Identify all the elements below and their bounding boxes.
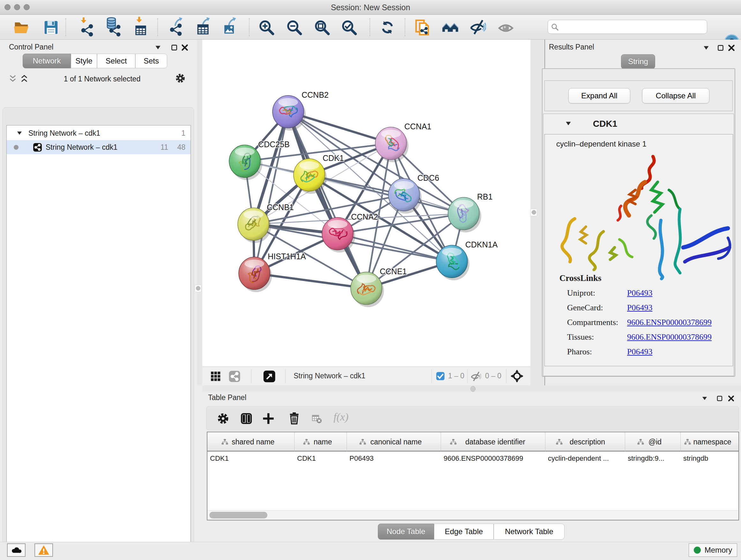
left-splitter-handle[interactable] bbox=[195, 285, 201, 292]
first-neighbors-icon[interactable] bbox=[441, 19, 460, 36]
table-cell[interactable]: stringdb bbox=[683, 451, 738, 465]
table-options-gear-icon[interactable] bbox=[217, 412, 229, 425]
bottom-splitter-handle[interactable] bbox=[470, 386, 475, 392]
delete-column-icon[interactable] bbox=[288, 412, 300, 425]
table-cell[interactable]: stringdb:9... bbox=[628, 451, 679, 465]
column-header[interactable]: shared name bbox=[207, 432, 294, 451]
network-graph[interactable]: CCNB2CCNA1CDC25BCDK1CDC6RB1CCNB1CCNA2CDK… bbox=[202, 40, 530, 367]
export-table-icon[interactable] bbox=[196, 19, 213, 36]
network-share-icon[interactable] bbox=[228, 370, 241, 382]
zoom-selected-icon[interactable] bbox=[340, 19, 358, 36]
network-node-cdk1[interactable] bbox=[293, 159, 327, 194]
show-columns-icon[interactable] bbox=[240, 412, 253, 425]
grid-view-icon[interactable] bbox=[210, 371, 221, 382]
tab-node-table[interactable]: Node Table bbox=[378, 523, 434, 540]
panel-menu-icon[interactable] bbox=[702, 44, 711, 52]
show-all-icon[interactable] bbox=[497, 20, 515, 36]
node-label: CCNE1 bbox=[380, 267, 407, 276]
collection-expander-icon[interactable] bbox=[16, 129, 23, 137]
network-options-gear-icon[interactable] bbox=[175, 73, 186, 84]
zoom-out-icon[interactable] bbox=[286, 19, 303, 36]
column-header[interactable]: canonical name bbox=[347, 432, 441, 451]
import-network-database-icon[interactable] bbox=[104, 19, 121, 36]
expand-all-button[interactable]: Expand All bbox=[568, 88, 630, 104]
column-header[interactable]: description bbox=[545, 432, 625, 451]
network-row-selected[interactable]: String Network – cdk1 11 48 bbox=[7, 140, 191, 154]
tab-network[interactable]: Network bbox=[23, 54, 71, 68]
network-canvas[interactable]: CCNB2CCNA1CDC25BCDK1CDC6RB1CCNB1CCNA2CDK… bbox=[202, 40, 530, 367]
table-cell[interactable]: P06493 bbox=[349, 451, 439, 465]
gene-description: cyclin–dependent kinase 1 bbox=[556, 139, 647, 148]
network-node-hist1h1a[interactable] bbox=[239, 257, 272, 292]
tab-style[interactable]: Style bbox=[71, 54, 97, 68]
table-cell[interactable]: cyclin-dependent ... bbox=[548, 451, 623, 465]
scrollbar-thumb[interactable] bbox=[209, 512, 267, 518]
table-cell[interactable]: CDK1 bbox=[297, 451, 345, 465]
crosslink-link[interactable]: P06493 bbox=[627, 347, 652, 357]
network-edge[interactable] bbox=[309, 175, 464, 213]
network-node-ccne1[interactable] bbox=[351, 272, 384, 307]
crosslink-link[interactable]: 9606.ENSP00000378699 bbox=[627, 318, 712, 327]
tab-network-table[interactable]: Network Table bbox=[494, 523, 564, 540]
open-session-icon[interactable] bbox=[13, 19, 30, 36]
warnings-button[interactable] bbox=[35, 543, 53, 557]
column-header[interactable]: name bbox=[294, 432, 347, 451]
network-node-ccna2[interactable] bbox=[322, 217, 355, 253]
bottom-splitter[interactable] bbox=[202, 385, 741, 392]
selected-checkbox-icon[interactable] bbox=[436, 372, 445, 381]
panel-menu-icon[interactable] bbox=[154, 44, 162, 52]
zoom-fit-icon[interactable] bbox=[313, 19, 331, 36]
export-network-icon[interactable] bbox=[170, 19, 187, 36]
cloud-button[interactable] bbox=[7, 543, 25, 557]
crosslink-link[interactable]: 9606.ENSP00000378699 bbox=[627, 332, 712, 342]
import-network-file-icon[interactable] bbox=[77, 19, 94, 36]
clone-network-icon[interactable] bbox=[414, 19, 431, 36]
horizontal-scrollbar[interactable] bbox=[207, 510, 738, 520]
table-cell[interactable]: 9606.ENSP00000378699 bbox=[444, 451, 543, 465]
memory-button[interactable]: Memory bbox=[689, 543, 737, 557]
search-input[interactable] bbox=[548, 20, 707, 34]
fit-content-crosshair-icon[interactable] bbox=[511, 370, 523, 382]
crosslink-link[interactable]: P06493 bbox=[627, 288, 652, 298]
network-edge[interactable] bbox=[254, 112, 288, 273]
save-session-icon[interactable] bbox=[43, 19, 60, 36]
right-splitter-handle[interactable] bbox=[530, 209, 537, 216]
panel-close-icon[interactable] bbox=[727, 44, 736, 52]
create-column-icon[interactable] bbox=[262, 412, 275, 425]
tab-string[interactable]: String bbox=[621, 54, 655, 69]
control-panel: Control Panel NetworkStyleSelectSets 1 o… bbox=[0, 40, 197, 542]
network-node-rb1[interactable] bbox=[448, 197, 481, 233]
collapse-all-icon[interactable] bbox=[8, 74, 17, 83]
import-table-file-icon[interactable] bbox=[132, 19, 149, 36]
panel-float-icon[interactable] bbox=[716, 395, 724, 402]
panel-close-icon[interactable] bbox=[181, 44, 189, 52]
export-image-icon[interactable] bbox=[222, 19, 240, 36]
panel-float-icon[interactable] bbox=[717, 44, 725, 52]
node-table[interactable]: shared namenamecanonical namedatabase id… bbox=[207, 432, 739, 520]
collapse-all-button[interactable]: Collapse All bbox=[642, 88, 710, 104]
panel-float-icon[interactable] bbox=[170, 44, 179, 52]
table-cell[interactable]: CDK1 bbox=[210, 451, 293, 465]
tab-sets[interactable]: Sets bbox=[135, 54, 167, 68]
network-node-ccna1[interactable] bbox=[375, 127, 408, 162]
network-node-cdkn1a[interactable] bbox=[436, 245, 469, 280]
expand-all-icon[interactable] bbox=[20, 74, 29, 83]
gene-expander-icon[interactable] bbox=[564, 119, 572, 128]
crosslink-link[interactable]: P06493 bbox=[627, 303, 652, 313]
panel-close-icon[interactable] bbox=[727, 395, 735, 402]
network-collection-row[interactable]: String Network – cdk1 1 bbox=[7, 126, 191, 140]
column-header[interactable]: database identifier bbox=[441, 432, 545, 451]
network-node-cdc25b[interactable] bbox=[229, 145, 262, 180]
panel-menu-icon[interactable] bbox=[701, 395, 709, 402]
control-panel-title: Control Panel bbox=[9, 43, 53, 51]
tab-edge-table[interactable]: Edge Table bbox=[434, 523, 494, 540]
network-edge[interactable] bbox=[288, 112, 366, 288]
detach-view-icon[interactable] bbox=[263, 370, 276, 383]
column-header[interactable]: @id bbox=[625, 432, 681, 451]
column-header[interactable]: namespace bbox=[681, 432, 739, 451]
left-splitter[interactable] bbox=[197, 40, 202, 385]
refresh-icon[interactable] bbox=[380, 20, 395, 35]
zoom-in-icon[interactable] bbox=[258, 19, 275, 36]
tab-select[interactable]: Select bbox=[97, 54, 135, 68]
hide-selected-icon[interactable] bbox=[469, 19, 486, 36]
